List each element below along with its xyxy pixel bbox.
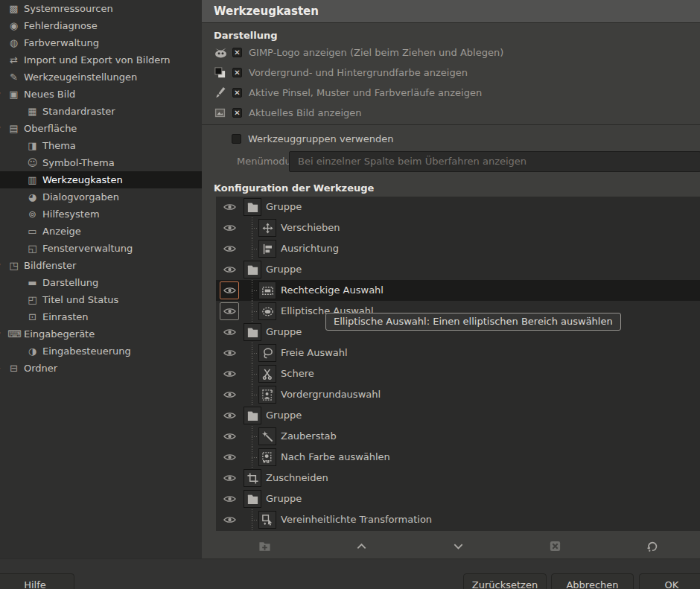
sidebar-item-eingabegeräte[interactable]: ▾⌨Eingabegeräte xyxy=(0,325,202,343)
use-tool-groups-checkbox[interactable] xyxy=(232,134,241,144)
checkbox[interactable]: ✕ xyxy=(232,88,242,98)
appearance-option-label: GIMP-Logo anzeigen (Ziel beim Ziehen und… xyxy=(249,47,503,58)
sidebar-item-oberfläche[interactable]: ▾▤Oberfläche xyxy=(0,120,202,137)
sidebar-item-import-und-export-von-bildern[interactable]: ⇄Import und Export von Bildern xyxy=(0,51,202,69)
menu-mode-dropdown[interactable]: Bei einzelner Spalte beim Überfahren anz… xyxy=(289,151,700,172)
reset-order-button[interactable] xyxy=(603,535,700,557)
sidebar-item-fehlerdiagnose[interactable]: ◉Fehlerdiagnose xyxy=(0,17,202,34)
visibility-eye-icon[interactable] xyxy=(220,407,239,424)
unified-transform-tool-icon xyxy=(258,511,276,529)
tool-row-ausrichtung[interactable]: Ausrichtung xyxy=(216,238,700,259)
visibility-eye-icon[interactable] xyxy=(220,386,239,404)
tool-row-nach-farbe-auswählen[interactable]: Nach Farbe auswählen xyxy=(216,447,700,468)
tree-line xyxy=(252,353,258,354)
tool-row-rechteckige-auswahl[interactable]: Rechteckige Auswahl xyxy=(216,280,700,301)
use-tool-groups-row[interactable]: Werkzeuggruppen verwenden xyxy=(232,130,393,147)
tool-label: Vordergrundauswahl xyxy=(281,384,381,405)
appearance-option-row[interactable]: ✕Aktive Pinsel, Muster und Farbverläufe … xyxy=(214,84,482,101)
tool-row-zauberstab[interactable]: Zauberstab xyxy=(216,426,700,447)
raise-button[interactable] xyxy=(313,535,410,557)
foreground-select-tool-icon xyxy=(258,386,276,404)
expander-closed-icon[interactable]: ▸ xyxy=(0,360,4,377)
tool-options-icon: ✎ xyxy=(7,69,20,86)
visibility-eye-icon[interactable] xyxy=(220,240,239,258)
help-button[interactable]: Hilfe xyxy=(0,573,74,589)
sidebar-item-label: Eingabesteuerung xyxy=(42,343,131,360)
expander-open-icon[interactable]: ▾ xyxy=(0,325,4,343)
sidebar-item-neues-bild[interactable]: ▾▣Neues Bild xyxy=(0,86,202,103)
tree-line xyxy=(252,520,258,520)
visibility-eye-icon[interactable] xyxy=(220,302,239,320)
tool-row-schere[interactable]: Schere xyxy=(216,363,700,384)
tool-row-verschieben[interactable]: Verschieben xyxy=(216,217,700,238)
sidebar-item-einrasten[interactable]: ⊡Einrasten xyxy=(0,308,202,325)
tool-row-gruppe[interactable]: Gruppe xyxy=(216,405,700,426)
sidebar-item-fensterverwaltung[interactable]: ◱Fensterverwaltung xyxy=(0,240,202,257)
sidebar-item-darstellung[interactable]: ▬Darstellung xyxy=(0,274,202,291)
visibility-eye-icon[interactable] xyxy=(220,281,239,299)
checkbox[interactable]: ✕ xyxy=(232,48,242,57)
sidebar-item-symbol-thema[interactable]: ☺Symbol-Thema xyxy=(0,154,202,171)
appearance-option-row[interactable]: ✕GIMP-Logo anzeigen (Ziel beim Ziehen un… xyxy=(214,44,503,60)
new-group-button[interactable] xyxy=(216,535,313,557)
sidebar-item-werkzeugkasten[interactable]: ▥Werkzeugkasten xyxy=(0,171,202,188)
crop-tool-icon xyxy=(244,469,261,487)
lower-icon xyxy=(452,540,465,553)
sidebar-item-titel-und-status[interactable]: ◰Titel und Status xyxy=(0,291,202,308)
sidebar-item-eingabesteuerung[interactable]: ◑Eingabesteuerung xyxy=(0,343,202,360)
sidebar-item-hilfesystem[interactable]: ⊚Hilfesystem xyxy=(0,206,202,223)
cancel-button[interactable]: Abbrechen xyxy=(551,573,634,589)
visibility-eye-icon[interactable] xyxy=(220,323,239,341)
tool-row-vereinheitlichte-transformation[interactable]: Vereinheitlichte Transformation xyxy=(216,509,700,530)
tools-configuration-list[interactable]: GruppeVerschiebenAusrichtungGruppeRechte… xyxy=(216,197,700,531)
toolbox-icon: ▥ xyxy=(26,171,39,188)
checkbox[interactable]: ✕ xyxy=(232,68,242,77)
visibility-eye-icon[interactable] xyxy=(220,344,239,362)
sidebar-item-label: Werkzeugkasten xyxy=(42,171,123,188)
visibility-eye-icon[interactable] xyxy=(220,365,239,383)
section-title-appearance: Darstellung xyxy=(214,30,277,41)
appearance-option-row[interactable]: ✕Aktuelles Bild anzeigen xyxy=(214,104,362,121)
tool-row-gruppe[interactable]: Gruppe xyxy=(216,259,700,280)
sidebar-item-thema[interactable]: ◨Thema xyxy=(0,137,202,154)
tool-row-gruppe[interactable]: Gruppe xyxy=(216,488,700,509)
current-image-icon xyxy=(214,106,232,119)
lower-button[interactable] xyxy=(410,535,506,557)
snapping-icon: ⊡ xyxy=(26,308,39,325)
reset-button[interactable]: Zurücksetzen xyxy=(463,573,547,589)
visibility-eye-icon[interactable] xyxy=(220,469,239,487)
sidebar-item-dialogvorgaben[interactable]: ◕Dialogvorgaben xyxy=(0,188,202,206)
tool-row-gruppe[interactable]: Gruppe xyxy=(216,197,700,217)
visibility-eye-icon[interactable] xyxy=(220,261,239,278)
delete-button[interactable] xyxy=(506,535,603,557)
tool-row-vordergrundauswahl[interactable]: Vordergrundauswahl xyxy=(216,384,700,405)
brush-icon xyxy=(214,86,232,99)
visibility-eye-icon[interactable] xyxy=(220,490,239,508)
menu-mode-value: Bei einzelner Spalte beim Überfahren anz… xyxy=(298,156,526,167)
sidebar-item-werkzeugeinstellungen[interactable]: ✎Werkzeugeinstellungen xyxy=(0,69,202,86)
page-header: Werkzeugkasten xyxy=(202,0,700,23)
visibility-eye-icon[interactable] xyxy=(220,427,239,445)
appearance-option-label: Vordergrund- und Hintergrundfarbe anzeig… xyxy=(249,67,468,78)
expander-open-icon[interactable]: ▾ xyxy=(0,257,4,274)
visibility-eye-icon[interactable] xyxy=(220,198,239,216)
sidebar-item-standardraster[interactable]: ▦Standardraster xyxy=(0,103,202,120)
visibility-eye-icon[interactable] xyxy=(220,219,239,237)
sidebar-item-systemressourcen[interactable]: ▩Systemressourcen xyxy=(0,0,202,17)
help-system-icon: ⊚ xyxy=(26,206,39,223)
expander-open-icon[interactable]: ▾ xyxy=(0,120,4,137)
ok-button[interactable]: OK xyxy=(639,573,700,589)
checkbox[interactable]: ✕ xyxy=(232,108,242,118)
debugging-icon: ◉ xyxy=(7,17,20,34)
visibility-eye-icon[interactable] xyxy=(220,511,239,529)
expander-open-icon[interactable]: ▾ xyxy=(0,86,4,103)
tool-row-freie-auswahl[interactable]: Freie Auswahl xyxy=(216,343,700,363)
tool-row-zuschneiden[interactable]: Zuschneiden xyxy=(216,468,700,488)
sidebar-item-bildfenster[interactable]: ▾◳Bildfenster xyxy=(0,257,202,274)
visibility-eye-icon[interactable] xyxy=(220,448,239,466)
preferences-category-tree[interactable]: ▩Systemressourcen◉Fehlerdiagnose◍Farbver… xyxy=(0,0,203,558)
sidebar-item-farbverwaltung[interactable]: ◍Farbverwaltung xyxy=(0,34,202,51)
sidebar-item-ordner[interactable]: ▸⊟Ordner xyxy=(0,360,202,377)
appearance-option-row[interactable]: ✕Vordergrund- und Hintergrundfarbe anzei… xyxy=(214,64,468,80)
sidebar-item-anzeige[interactable]: ▭Anzeige xyxy=(0,223,202,240)
